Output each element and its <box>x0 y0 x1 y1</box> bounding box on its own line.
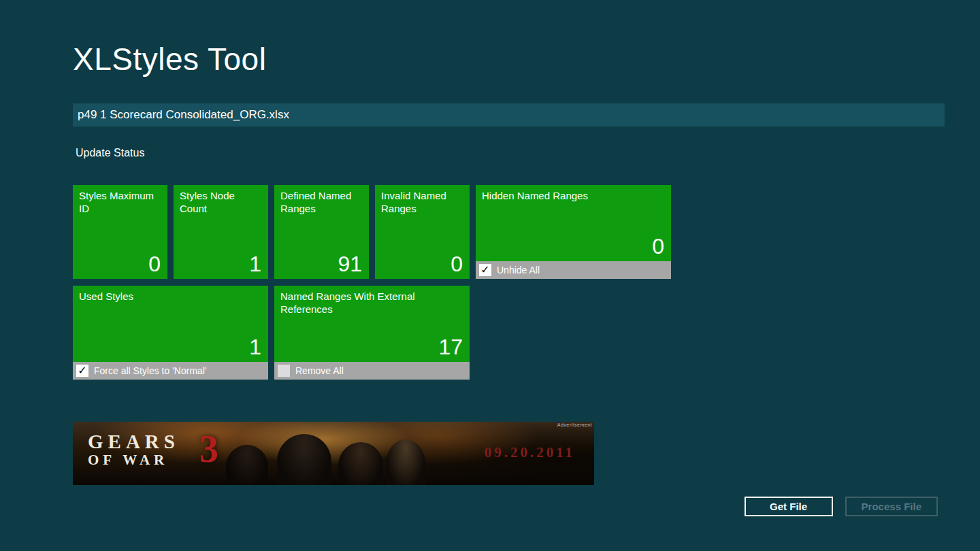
tile-value: 1 <box>249 253 268 279</box>
tile-label: Defined Named Ranges <box>274 185 369 216</box>
tile-label: Hidden Named Ranges <box>476 185 671 203</box>
update-status-label: Update Status <box>76 147 144 159</box>
checkmark-icon: ✓ <box>78 365 86 376</box>
process-file-button[interactable]: Process File <box>845 497 938 516</box>
tile-named-ranges-external-references: Named Ranges With External References 17… <box>274 286 470 380</box>
tile-defined-named-ranges: Defined Named Ranges 91 <box>274 185 369 279</box>
tile-row-1: Styles Maximum ID 0 Styles Node Count 1 … <box>73 185 671 279</box>
remove-all-checkbox[interactable] <box>278 365 290 377</box>
force-styles-normal-checkbox-row[interactable]: ✓ Force all Styles to 'Normal' <box>73 362 268 380</box>
tile-value: 17 <box>438 336 470 362</box>
tile-row-2: Used Styles 1 ✓ Force all Styles to 'Nor… <box>73 286 671 380</box>
tile-used-styles: Used Styles 1 ✓ Force all Styles to 'Nor… <box>73 286 268 380</box>
unhide-all-checkbox[interactable]: ✓ <box>479 264 491 276</box>
ad-figure <box>277 434 331 485</box>
tile-label: Styles Node Count <box>174 185 268 216</box>
checkbox-label: Remove All <box>295 365 344 376</box>
tile-value: 0 <box>451 253 470 279</box>
get-file-button[interactable]: Get File <box>745 497 833 516</box>
tile-value: 1 <box>249 336 268 362</box>
ad-figure <box>386 439 425 485</box>
ad-banner[interactable]: Advertisement GEARS OF WAR 3 09.20.2011 <box>73 422 594 485</box>
action-buttons: Get File Process File <box>745 497 938 516</box>
app-window: XLStyles Tool p49 1 Scorecard Consolidat… <box>0 0 980 551</box>
ad-figure <box>226 445 268 485</box>
page-title: XLStyles Tool <box>73 41 266 78</box>
checkbox-label: Force all Styles to 'Normal' <box>94 365 207 376</box>
ad-logo-number: 3 <box>199 427 218 471</box>
tile-invalid-named-ranges: Invalid Named Ranges 0 <box>375 185 470 279</box>
tile-value: 0 <box>652 235 671 261</box>
tile-value: 0 <box>148 253 167 279</box>
checkmark-icon: ✓ <box>480 265 489 276</box>
unhide-all-checkbox-row[interactable]: ✓ Unhide All <box>476 261 671 279</box>
advertisement-label: Advertisement <box>557 422 592 427</box>
ad-release-date: 09.20.2011 <box>485 444 575 461</box>
checkbox-label: Unhide All <box>497 265 540 276</box>
status-tiles: Styles Maximum ID 0 Styles Node Count 1 … <box>73 185 671 386</box>
tile-hidden-named-ranges: Hidden Named Ranges 0 ✓ Unhide All <box>476 185 671 279</box>
selected-file-bar: p49 1 Scorecard Consolidated_ORG.xlsx <box>73 103 945 127</box>
tile-styles-node-count: Styles Node Count 1 <box>174 185 268 279</box>
tile-label: Invalid Named Ranges <box>375 185 470 216</box>
ad-figure <box>338 442 383 485</box>
tile-label: Used Styles <box>73 286 268 303</box>
tile-value: 91 <box>338 253 369 279</box>
ad-logo-line1: GEARS <box>88 432 180 452</box>
ad-logo-line2: OF WAR <box>88 452 180 468</box>
tile-styles-maximum-id: Styles Maximum ID 0 <box>73 185 167 279</box>
selected-file-name: p49 1 Scorecard Consolidated_ORG.xlsx <box>78 108 289 122</box>
tile-label: Styles Maximum ID <box>73 185 167 216</box>
tile-label: Named Ranges With External References <box>274 286 470 316</box>
remove-all-checkbox-row[interactable]: Remove All <box>274 362 470 380</box>
ad-game-logo: GEARS OF WAR <box>88 432 180 468</box>
force-styles-normal-checkbox[interactable]: ✓ <box>76 365 88 377</box>
